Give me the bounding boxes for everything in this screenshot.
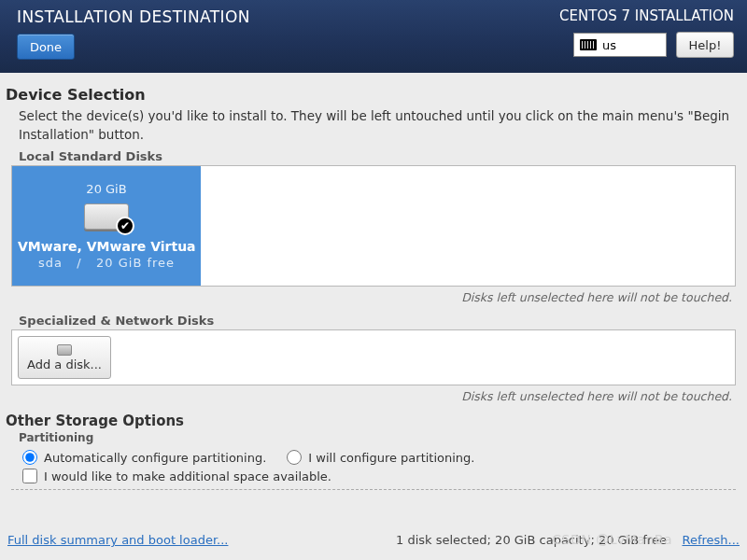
local-disks-note: Disks left unselected here will not be t… [6, 290, 732, 304]
local-disks-container: 20 GiB ✔ VMware, VMware Virtual S sda / … [11, 165, 736, 287]
checkbox-reclaim-space-input[interactable] [22, 469, 37, 483]
radio-manual-partition[interactable]: I will configure partitioning. [287, 450, 474, 465]
radio-auto-partition-input[interactable] [22, 450, 37, 465]
local-disks-label: Local Standard Disks [19, 149, 741, 163]
disk-tile-sda[interactable]: 20 GiB ✔ VMware, VMware Virtual S sda / … [12, 166, 201, 286]
partitioning-label: Partitioning [19, 431, 741, 444]
divider [11, 489, 736, 490]
network-disks-container: Add a disk... [11, 329, 736, 385]
radio-manual-partition-input[interactable] [287, 450, 302, 465]
device-selection-heading: Device Selection [6, 86, 741, 104]
add-disk-button[interactable]: Add a disk... [18, 336, 111, 379]
add-disk-label: Add a disk... [27, 357, 102, 371]
network-disks-label: Specialized & Network Disks [19, 314, 741, 328]
top-banner: INSTALLATION DESTINATION Done CENTOS 7 I… [0, 0, 747, 73]
hard-drive-icon: ✔ [84, 203, 129, 231]
storage-options-heading: Other Storage Options [6, 413, 741, 429]
disk-name: VMware, VMware Virtual S [18, 239, 195, 254]
full-disk-summary-link[interactable]: Full disk summary and boot loader... [7, 533, 228, 547]
keyboard-icon [580, 39, 597, 50]
device-selection-hint: Select the device(s) you'd like to insta… [19, 107, 741, 144]
selection-status: 1 disk selected; 20 GiB capacity; 20 GiB… [396, 533, 667, 547]
radio-auto-partition[interactable]: Automatically configure partitioning. [22, 450, 266, 465]
disk-meta: sda / 20 GiB free [38, 256, 175, 270]
refresh-link[interactable]: Refresh... [683, 533, 740, 547]
disk-size: 20 GiB [86, 182, 126, 196]
help-button[interactable]: Help! [676, 32, 734, 58]
checkmark-icon: ✔ [116, 217, 134, 235]
network-disks-note: Disks left unselected here will not be t… [6, 389, 732, 403]
checkbox-reclaim-space[interactable]: I would like to make additional space av… [22, 469, 741, 483]
page-title: INSTALLATION DESTINATION [17, 7, 250, 26]
done-button[interactable]: Done [17, 34, 75, 60]
keyboard-layout-value: us [602, 38, 616, 52]
installer-subtitle: CENTOS 7 INSTALLATION [559, 7, 734, 24]
add-disk-icon [57, 344, 72, 356]
keyboard-layout-selector[interactable]: us [573, 33, 667, 57]
